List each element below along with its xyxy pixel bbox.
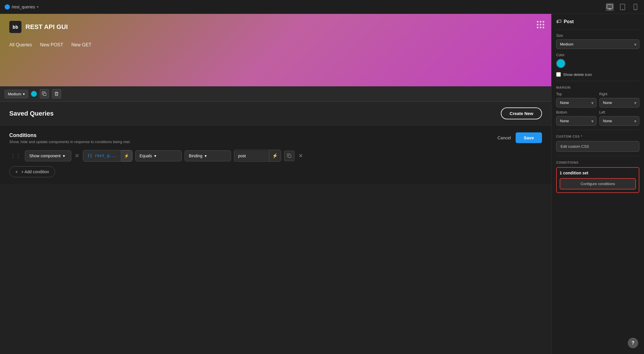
right-sidebar: 🏷 Post Size Medium Small Large Color Sho…	[551, 14, 644, 354]
margin-top-select[interactable]: NoneSmallMediumLarge	[556, 98, 596, 107]
show-delete-icon-label: Show delete icon	[563, 72, 592, 77]
conditions-title: Conditions	[9, 132, 130, 138]
action-select-value: Show component	[29, 154, 61, 158]
copy-icon-btn[interactable]	[40, 89, 49, 98]
create-new-button[interactable]: Create New	[501, 107, 542, 119]
add-condition-plus: +	[15, 169, 18, 174]
size-row: Size Medium Small Large	[556, 34, 639, 49]
top-bar: /rest_queries ▾	[0, 0, 644, 14]
action-select[interactable]: Show component ▾	[25, 150, 71, 161]
mobile-icon[interactable]	[631, 3, 639, 11]
show-delete-icon-checkbox[interactable]	[556, 72, 561, 77]
configure-conditions-button[interactable]: Configure conditions	[560, 178, 636, 189]
margin-bottom-row: Bottom NoneSmallMediumLarge	[556, 110, 596, 126]
divider-3	[556, 130, 639, 130]
value-input[interactable]	[234, 151, 269, 161]
margin-top-row: Top NoneSmallMediumLarge	[556, 92, 596, 107]
color-swatch-small[interactable]	[31, 91, 37, 97]
app-title: REST API GUI	[26, 23, 68, 31]
margin-right-row: Right NoneSmallMediumLarge	[599, 92, 640, 107]
delete-condition-btn[interactable]: ✕	[297, 152, 304, 160]
margin-right-select[interactable]: NoneSmallMediumLarge	[599, 98, 640, 107]
custom-css-section-title: CUSTOM CSS *	[556, 135, 639, 138]
drag-handle[interactable]: ⋮⋮	[9, 153, 22, 159]
size-select[interactable]: Medium ▾	[5, 90, 28, 98]
value-lightning-btn[interactable]: ⚡	[269, 150, 281, 161]
content-area: Saved Queries Create New Conditions Show…	[0, 102, 551, 354]
margin-left-select-wrapper: NoneSmallMediumLarge	[599, 116, 640, 126]
conditions-section-title: CONDITIONS	[556, 161, 639, 164]
tablet-icon[interactable]	[618, 3, 627, 11]
svg-rect-0	[607, 5, 613, 8]
top-bar-left: /rest_queries ▾	[5, 4, 606, 10]
conditions-header: Conditions Show, hide and update compone…	[9, 132, 542, 144]
operator-select-value: Equals	[140, 154, 152, 158]
cancel-button[interactable]: Cancel	[497, 135, 511, 140]
add-condition-button[interactable]: + + Add condition	[9, 166, 55, 177]
conditions-subtitle: Show, hide and update components in resp…	[9, 140, 130, 144]
margin-left-label: Left	[599, 110, 640, 114]
margin-right-select-wrapper: NoneSmallMediumLarge	[599, 98, 640, 107]
main-layout: bb REST API GUI All Queries New POST New…	[0, 14, 644, 354]
bb-logo: bb	[9, 21, 21, 33]
value-type-select[interactable]: Binding ▾	[185, 150, 231, 161]
margin-left-row: Left NoneSmallMediumLarge	[599, 110, 640, 126]
nav-new-post[interactable]: New POST	[40, 42, 63, 49]
grid-dots	[537, 21, 544, 28]
edit-custom-css-button[interactable]: Edit custom CSS	[556, 141, 639, 152]
divider-4	[556, 156, 639, 156]
margin-bottom-select[interactable]: NoneSmallMediumLarge	[556, 116, 596, 126]
tag-icon: 🏷	[556, 19, 561, 25]
conditions-actions: Cancel Save	[497, 132, 542, 143]
sidebar-title-text: Post	[564, 19, 574, 24]
app-nav: All Queries New POST New GET	[9, 42, 542, 49]
binding-lightning-btn[interactable]: ⚡	[121, 150, 132, 161]
margin-bottom-label: Bottom	[556, 110, 596, 114]
canvas-area: bb REST API GUI All Queries New POST New…	[0, 14, 551, 354]
value-input-group: ⚡	[234, 150, 281, 162]
desktop-icon[interactable]	[606, 3, 614, 11]
delete-icon-btn[interactable]	[52, 89, 61, 98]
color-swatch[interactable]	[556, 59, 565, 68]
nav-all-queries[interactable]: All Queries	[9, 42, 32, 49]
margin-right-label: Right	[599, 92, 640, 96]
conditions-title-area: Conditions Show, hide and update compone…	[9, 132, 130, 144]
svg-point-4	[635, 9, 636, 9]
margin-bottom-select-wrapper: NoneSmallMediumLarge	[556, 116, 596, 126]
binding-container: {{ rest_q... ⚡	[83, 150, 132, 162]
divider-1	[556, 29, 639, 30]
svg-point-2	[622, 9, 623, 9]
conditions-panel: Conditions Show, hide and update compone…	[0, 125, 551, 184]
help-button[interactable]: ?	[628, 338, 638, 348]
margin-section-title: MARGIN	[556, 86, 639, 89]
size-label: Size	[556, 34, 639, 38]
saved-queries-title: Saved Queries	[9, 110, 54, 117]
conditions-box: 1 condition set Configure conditions	[556, 167, 639, 193]
divider-2	[556, 81, 639, 81]
copy-row-btn[interactable]	[284, 151, 294, 161]
size-select-value: Medium	[8, 92, 21, 96]
value-type-select-value: Binding	[189, 154, 203, 158]
color-label: Color	[556, 53, 639, 57]
component-toolbar: Medium ▾	[0, 86, 551, 102]
device-switcher	[606, 3, 639, 11]
sidebar-size-select[interactable]: Medium Small Large	[556, 39, 639, 49]
svg-rect-6	[288, 155, 291, 158]
condition-row: ⋮⋮ Show component ▾ IF {{ rest_q... ⚡ Eq…	[9, 150, 542, 162]
margin-grid: Top NoneSmallMediumLarge Right NoneSmall…	[556, 92, 639, 126]
route-chevron[interactable]: ▾	[37, 5, 39, 9]
svg-rect-5	[43, 93, 46, 96]
nav-new-get[interactable]: New GET	[71, 42, 91, 49]
if-label: IF	[74, 154, 80, 158]
app-header: bb REST API GUI	[9, 21, 542, 33]
color-row: Color	[556, 53, 639, 68]
operator-select[interactable]: Equals ▾	[135, 150, 182, 161]
save-button[interactable]: Save	[516, 132, 542, 143]
route-label: /rest_queries	[12, 5, 35, 9]
app-preview: bb REST API GUI All Queries New POST New…	[0, 14, 551, 86]
size-select-wrapper: Medium Small Large	[556, 39, 639, 49]
margin-top-label: Top	[556, 92, 596, 96]
margin-top-select-wrapper: NoneSmallMediumLarge	[556, 98, 596, 107]
margin-left-select[interactable]: NoneSmallMediumLarge	[599, 116, 640, 126]
add-condition-label: + Add condition	[21, 169, 49, 174]
